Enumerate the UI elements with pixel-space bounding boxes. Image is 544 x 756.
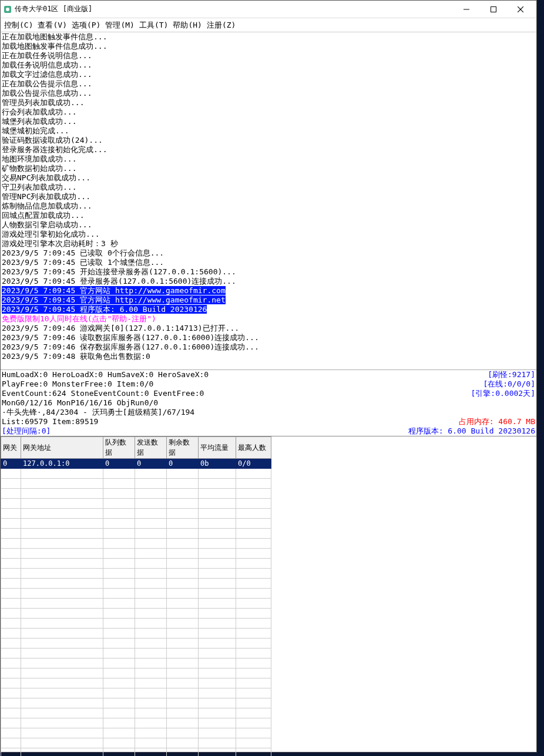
table-row[interactable] (1, 698, 271, 708)
titlebar: 传奇大学01区 [商业版] (1, 1, 536, 18)
table-row[interactable]: 0127.0.0.1:00000b0/0 (1, 459, 271, 469)
table-row[interactable] (1, 499, 271, 509)
th-remain[interactable]: 剩余数据 (167, 437, 199, 459)
table-cell (103, 469, 135, 479)
table-cell (21, 569, 103, 579)
table-row[interactable] (1, 479, 271, 489)
table-cell (103, 639, 135, 649)
table-cell (21, 489, 103, 499)
log-panel[interactable]: 正在加载地图触发事件信息...加载地图触发事件信息成功...正在加载任务说明信息… (1, 32, 536, 369)
table-cell (199, 639, 236, 649)
table-row[interactable] (1, 639, 271, 649)
table-cell (167, 668, 199, 678)
th-address[interactable]: 网关地址 (21, 437, 103, 459)
table-cell: 0 (135, 459, 167, 469)
table-cell (1, 718, 21, 728)
table-cell (199, 708, 236, 718)
table-cell (236, 738, 271, 748)
table-cell (103, 489, 135, 499)
menu-tools[interactable]: 工具(T) (139, 20, 168, 31)
table-row[interactable] (1, 688, 271, 698)
table-cell (1, 728, 21, 738)
table-cell (236, 489, 271, 499)
table-row[interactable] (1, 629, 271, 639)
window-title: 传奇大学01区 [商业版] (15, 4, 453, 14)
table-cell (1, 559, 21, 569)
log-line: 城堡城初始完成... (2, 126, 535, 136)
table-cell (135, 658, 167, 668)
table-row[interactable] (1, 649, 271, 658)
table-row[interactable] (1, 489, 271, 499)
menu-options[interactable]: 选项(P) (72, 20, 100, 31)
log-line: 游戏处理引擎初始化成功... (2, 230, 535, 239)
table-row[interactable] (1, 718, 271, 728)
log-line: 2023/9/5 7:09:46 读取数据库服务器(127.0.0.1:6000… (2, 333, 535, 342)
close-button[interactable] (507, 1, 534, 18)
table-cell (103, 559, 135, 569)
stats-list: List:69579 Item:89519 (2, 417, 98, 426)
table-cell (199, 589, 236, 599)
stats-mong: MonG0/12/16 MonP16/16/16 ObjRun0/0 (2, 398, 158, 408)
table-row[interactable] (1, 748, 271, 757)
table-cell (167, 728, 199, 738)
table-cell (21, 698, 103, 708)
table-row[interactable] (1, 529, 271, 539)
menu-view[interactable]: 查看(V) (38, 20, 66, 31)
table-cell (236, 728, 271, 738)
table-cell (236, 658, 271, 668)
table-cell (199, 668, 236, 678)
svg-point-1 (6, 8, 9, 11)
table-cell (199, 678, 236, 688)
table-row[interactable] (1, 579, 271, 589)
table-row[interactable] (1, 569, 271, 579)
table-row[interactable] (1, 589, 271, 599)
table-cell (21, 708, 103, 718)
menu-control[interactable]: 控制(C) (4, 20, 33, 31)
table-row[interactable] (1, 728, 271, 738)
table-row[interactable] (1, 549, 271, 559)
table-cell (199, 609, 236, 619)
th-send[interactable]: 发送数据 (135, 437, 167, 459)
table-cell (103, 519, 135, 529)
table-cell (135, 499, 167, 509)
table-cell (135, 509, 167, 519)
table-row[interactable] (1, 539, 271, 549)
table-row[interactable] (1, 559, 271, 569)
log-line: 2023/9/5 7:09:45 登录服务器(127.0.0.1:5600)连接… (2, 277, 535, 286)
table-row[interactable] (1, 469, 271, 479)
table-row[interactable] (1, 619, 271, 629)
table-cell (103, 549, 135, 559)
table-row[interactable] (1, 519, 271, 529)
menu-help[interactable]: 帮助(H) (173, 20, 202, 31)
table-row[interactable] (1, 708, 271, 718)
maximize-button[interactable] (480, 1, 507, 18)
table-row[interactable] (1, 509, 271, 519)
menu-manage[interactable]: 管理(M) (105, 20, 134, 31)
table-cell (199, 489, 236, 499)
table-row[interactable] (1, 609, 271, 619)
table-row[interactable] (1, 658, 271, 668)
log-line: 2023/9/5 7:09:45 已读取 1个城堡信息... (2, 258, 535, 267)
th-avgflow[interactable]: 平均流量 (199, 437, 236, 459)
table-row[interactable] (1, 599, 271, 609)
table-cell (103, 678, 135, 688)
table-cell (199, 688, 236, 698)
table-cell (167, 649, 199, 658)
table-cell (135, 549, 167, 559)
log-line: 地图环境加载成功... (2, 154, 535, 164)
menu-register[interactable]: 注册(Z) (207, 20, 236, 31)
minimize-button[interactable] (453, 1, 480, 18)
gateway-table[interactable]: 网关 网关地址 队列数据 发送数据 剩余数据 平均流量 最高人数 0127.0.… (1, 436, 271, 756)
table-row[interactable] (1, 668, 271, 678)
table-cell (236, 509, 271, 519)
table-cell (236, 629, 271, 639)
th-queue[interactable]: 队列数据 (103, 437, 135, 459)
table-cell (135, 489, 167, 499)
log-line: 2023/9/5 7:09:45 开始连接登录服务器(127.0.0.1:560… (2, 267, 535, 277)
th-gate[interactable]: 网关 (1, 437, 21, 459)
table-row[interactable] (1, 738, 271, 748)
th-maxppl[interactable]: 最高人数 (236, 437, 271, 459)
table-row[interactable] (1, 678, 271, 688)
table-cell (21, 619, 103, 629)
table-cell (135, 678, 167, 688)
